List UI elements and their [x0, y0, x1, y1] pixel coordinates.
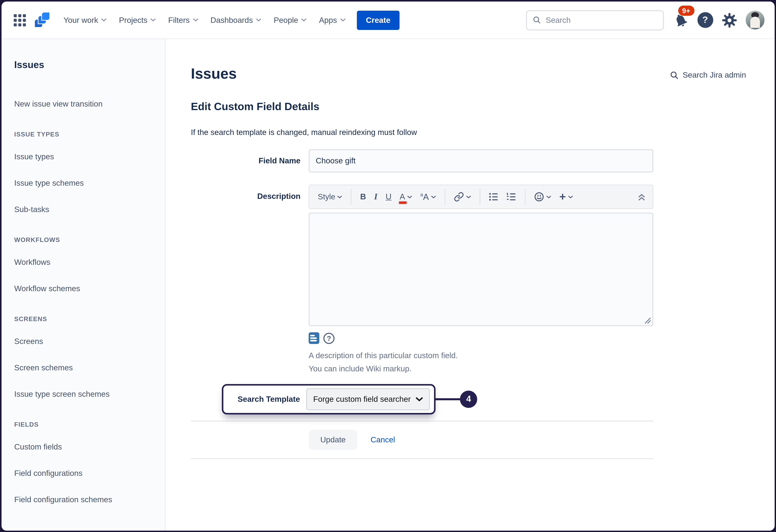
nav-menu-projects[interactable]: Projects: [113, 11, 162, 29]
divider: [191, 458, 653, 459]
jira-logo-icon[interactable]: [32, 10, 52, 30]
content-columns: Issues New issue view transition ISSUE T…: [2, 39, 774, 530]
notification-count-badge: 9+: [678, 5, 694, 16]
italic-button[interactable]: I: [371, 189, 381, 205]
create-button[interactable]: Create: [357, 10, 399, 30]
nav-menu-label: Projects: [119, 16, 147, 25]
chevron-down-icon: [407, 195, 412, 199]
sidebar-item-issue-types[interactable]: Issue types: [14, 152, 155, 161]
nav-menu-label: Apps: [319, 16, 337, 25]
resize-handle[interactable]: [644, 317, 651, 324]
sidebar-item-screens[interactable]: Screens: [14, 337, 155, 346]
search-template-value: Forge custom field searcher: [313, 395, 411, 404]
nav-menu-people[interactable]: People: [267, 11, 313, 29]
sidebar-section-issue-types: ISSUE TYPES: [14, 131, 155, 138]
toolbar-divider: [525, 189, 525, 205]
sidebar-item-field-configurations[interactable]: Field configurations: [14, 469, 155, 478]
nav-menu-label: Filters: [168, 16, 190, 25]
nav-menu-your-work[interactable]: Your work: [57, 11, 113, 29]
font-size-dropdown[interactable]: aA: [417, 189, 440, 205]
sidebar-item-screen-schemes[interactable]: Screen schemes: [14, 363, 155, 372]
link-dropdown[interactable]: [450, 189, 474, 205]
chevron-down-icon: [546, 195, 551, 199]
search-input[interactable]: [545, 15, 657, 25]
insert-more-dropdown[interactable]: +: [556, 192, 577, 202]
annotation-connector-line: [435, 398, 460, 400]
reindex-notice: If the search template is changed, manua…: [191, 128, 774, 137]
underline-button[interactable]: U: [382, 189, 395, 205]
link-icon: [454, 192, 464, 202]
style-dropdown[interactable]: Style: [314, 189, 346, 205]
annotation-highlight-box: Search Template Forge custom field searc…: [222, 384, 435, 415]
toolbar-divider: [351, 189, 352, 205]
search-template-select[interactable]: Forge custom field searcher: [306, 388, 430, 411]
nav-menu-label: Your work: [63, 16, 98, 25]
search-jira-admin[interactable]: Search Jira admin: [670, 70, 746, 80]
text-color-dropdown[interactable]: A: [396, 190, 416, 204]
sidebar-title: Issues: [14, 59, 155, 70]
numbered-list-icon: [507, 192, 516, 201]
search-icon: [670, 71, 678, 79]
help-button[interactable]: ?: [697, 12, 713, 28]
browser-window: Your work Projects Filters Dashboards Pe…: [2, 2, 774, 530]
emoji-dropdown[interactable]: [530, 189, 555, 205]
sidebar-section-screens: SCREENS: [14, 315, 155, 323]
toolbar-divider: [444, 189, 445, 205]
update-button[interactable]: Update: [309, 430, 357, 450]
global-search-box[interactable]: [526, 10, 664, 30]
nav-menu-filters[interactable]: Filters: [162, 11, 204, 29]
user-avatar[interactable]: [746, 11, 764, 29]
chevron-down-icon: [193, 18, 198, 22]
cancel-link[interactable]: Cancel: [371, 435, 395, 445]
bullet-list-icon: [489, 192, 498, 201]
chevron-down-icon: [466, 195, 471, 199]
sidebar-section-fields: FIELDS: [14, 421, 155, 428]
chevron-down-icon: [337, 195, 342, 199]
main-content: Search Jira admin Issues Edit Custom Fie…: [166, 39, 774, 530]
helper-line-2: You can include Wiki markup.: [309, 362, 653, 375]
search-icon: [533, 16, 541, 24]
color-swatch: [399, 201, 407, 204]
sidebar-item-field-configuration-schemes[interactable]: Field configuration schemes: [14, 495, 155, 504]
sidebar-item-issue-type-screen-schemes[interactable]: Issue type screen schemes: [14, 389, 155, 399]
sidebar-item-workflows[interactable]: Workflows: [14, 258, 155, 267]
description-helper-text: A description of this particular custom …: [309, 349, 653, 375]
chevron-down-icon: [151, 18, 156, 22]
chevron-down-icon: [256, 18, 261, 22]
top-navigation-bar: Your work Projects Filters Dashboards Pe…: [2, 2, 774, 39]
nav-menu-dashboards[interactable]: Dashboards: [204, 11, 268, 29]
description-textarea[interactable]: [309, 213, 653, 326]
sidebar-item-sub-tasks[interactable]: Sub-tasks: [14, 205, 155, 214]
field-name-input[interactable]: [309, 149, 653, 173]
description-label: Description: [191, 185, 309, 201]
collapse-toolbar-button[interactable]: [635, 191, 648, 203]
bold-button[interactable]: B: [357, 189, 370, 205]
admin-sidebar: Issues New issue view transition ISSUE T…: [2, 39, 166, 530]
description-helpers: ?: [309, 332, 653, 344]
helper-line-1: A description of this particular custom …: [309, 349, 653, 362]
notifications-button[interactable]: 9+: [672, 11, 689, 29]
bullet-list-button[interactable]: [485, 189, 502, 205]
chevron-down-icon: [431, 195, 436, 199]
chevron-down-icon: [101, 18, 107, 22]
nav-menu-apps[interactable]: Apps: [313, 11, 352, 29]
edit-custom-field-heading: Edit Custom Field Details: [191, 100, 774, 112]
custom-field-form: Field Name Description Style: [191, 149, 653, 459]
numbered-list-button[interactable]: [503, 189, 520, 205]
sidebar-item-issue-type-schemes[interactable]: Issue type schemes: [14, 179, 155, 188]
field-name-label: Field Name: [191, 156, 309, 166]
chevron-down-icon: [301, 18, 307, 22]
search-template-row: Search Template Forge custom field searc…: [222, 384, 653, 415]
help-circle-icon[interactable]: ?: [323, 333, 335, 344]
nav-menu-label: Dashboards: [210, 16, 253, 25]
settings-button[interactable]: [721, 12, 737, 28]
sidebar-item-workflow-schemes[interactable]: Workflow schemes: [14, 284, 155, 293]
chevron-down-icon: [568, 195, 573, 199]
wiki-markup-icon[interactable]: [309, 332, 319, 344]
sidebar-section-workflows: WORKFLOWS: [14, 236, 155, 244]
sidebar-item-custom-fields[interactable]: Custom fields: [14, 442, 155, 452]
annotation-step-badge: 4: [460, 390, 477, 408]
app-switcher-icon[interactable]: [14, 14, 26, 26]
double-chevron-up-icon: [637, 193, 646, 201]
sidebar-item-new-issue-view-transition[interactable]: New issue view transition: [14, 99, 155, 108]
